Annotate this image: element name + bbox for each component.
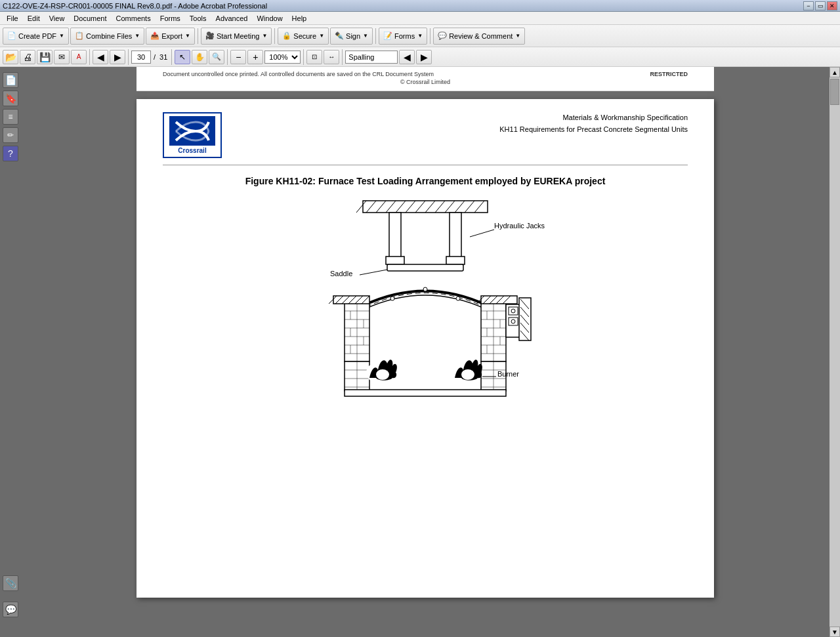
start-meeting-button[interactable]: 🎥 Start Meeting ▼ xyxy=(201,28,272,45)
secure-label: Secure xyxy=(293,32,316,40)
cursor-tool-button[interactable]: ↖ xyxy=(175,50,190,64)
menu-bar: File Edit View Document Comments Forms T… xyxy=(0,12,840,25)
fit-width-button[interactable]: ↔ xyxy=(324,50,339,64)
scroll-up-button[interactable]: ▲ xyxy=(830,67,840,77)
zoom-in-button[interactable]: + xyxy=(247,50,263,64)
tb2-sep4 xyxy=(227,49,228,65)
svg-text:Burner: Burner xyxy=(497,370,519,378)
fit-page-button[interactable]: ⊡ xyxy=(306,50,322,64)
start-meeting-arrow: ▼ xyxy=(262,33,267,39)
svg-rect-18 xyxy=(446,257,465,264)
svg-point-23 xyxy=(390,297,394,300)
tb2-sep2 xyxy=(128,49,129,65)
create-pdf-label: Create PDF xyxy=(18,32,56,40)
pdf-page: Crossrail Materials & Workmanship Specif… xyxy=(136,99,714,598)
svg-point-68 xyxy=(511,309,515,313)
forms-icon: 📝 xyxy=(383,31,392,40)
svg-point-25 xyxy=(456,297,460,300)
forms-button[interactable]: 📝 Forms ▼ xyxy=(379,28,427,45)
menu-file[interactable]: File xyxy=(3,13,22,24)
crossrail-logo: Crossrail xyxy=(163,112,222,158)
sign-arrow: ▼ xyxy=(363,33,368,39)
forward-button[interactable]: ▶ xyxy=(110,50,125,64)
menu-tools[interactable]: Tools xyxy=(186,13,211,24)
create-pdf-icon: 📄 xyxy=(7,31,16,40)
combine-files-button[interactable]: 📋 Combine Files ▼ xyxy=(70,28,144,45)
search-input[interactable] xyxy=(345,51,398,64)
title-bar-buttons: − ▭ ✕ xyxy=(803,1,837,10)
export-label: Export xyxy=(161,32,182,40)
secure-button[interactable]: 🔒 Secure ▼ xyxy=(278,28,329,45)
sidebar-attach-icon[interactable]: 📎 xyxy=(3,575,18,591)
sidebar-layers-icon[interactable]: ≡ xyxy=(3,109,18,125)
menu-view[interactable]: View xyxy=(45,13,69,24)
menu-advanced[interactable]: Advanced xyxy=(212,13,252,24)
crossrail-svg xyxy=(173,119,212,144)
menu-document[interactable]: Document xyxy=(70,13,110,24)
title-bar: C122-OVE-Z4-RSP-CR001-00005 FINAL Rev8.0… xyxy=(0,0,840,12)
sidebar-edit-icon[interactable]: ✏ xyxy=(3,127,18,143)
export-button[interactable]: 📤 Export ▼ xyxy=(146,28,195,45)
hand-tool-button[interactable]: ✋ xyxy=(192,50,207,64)
furnace-diagram: Hydraulic Jacks Saddle xyxy=(261,194,589,398)
menu-forms[interactable]: Forms xyxy=(156,13,184,24)
page-total: 31 xyxy=(158,53,169,61)
print-button[interactable]: 🖨 xyxy=(20,50,35,64)
close-button[interactable]: ✕ xyxy=(827,1,837,10)
start-meeting-label: Start Meeting xyxy=(217,32,259,40)
svg-point-69 xyxy=(511,319,515,323)
open-button[interactable]: 📂 xyxy=(3,50,18,64)
menu-edit[interactable]: Edit xyxy=(24,13,44,24)
sidebar-help-icon[interactable]: ? xyxy=(3,146,18,161)
start-meeting-icon: 🎥 xyxy=(205,31,215,40)
sidebar-pages-icon[interactable]: 📄 xyxy=(3,72,18,88)
zoom-select[interactable]: 100% 75% 125% 150% xyxy=(264,51,301,64)
menu-comments[interactable]: Comments xyxy=(112,13,155,24)
separator3 xyxy=(375,28,376,44)
tb2-sep1 xyxy=(89,49,90,65)
tb2-sep3 xyxy=(171,49,172,65)
search-prev-button[interactable]: ◀ xyxy=(399,50,415,64)
zoom-out-button[interactable]: − xyxy=(230,50,246,64)
review-comment-arrow: ▼ xyxy=(515,33,520,39)
page-input[interactable]: 30 xyxy=(131,51,151,64)
menu-help[interactable]: Help xyxy=(288,13,311,24)
crossrail-name: Crossrail xyxy=(178,147,206,154)
save-button[interactable]: 💾 xyxy=(37,50,52,64)
footer-right-text: RESTRICTED xyxy=(650,71,688,77)
svg-rect-1 xyxy=(363,201,488,213)
zoom-marquee-button[interactable]: 🔍 xyxy=(209,50,224,64)
toolbar1: 📄 Create PDF ▼ 📋 Combine Files ▼ 📤 Expor… xyxy=(0,25,840,47)
email-button[interactable]: ✉ xyxy=(54,50,70,64)
back-button[interactable]: ◀ xyxy=(93,50,108,64)
title-bar-text: C122-OVE-Z4-RSP-CR001-00005 FINAL Rev8.0… xyxy=(3,2,267,10)
svg-rect-16 xyxy=(386,257,404,264)
create-pdf-arrow: ▼ xyxy=(59,33,64,39)
doc-subtitle-text: KH11 Requirements for Precast Concrete S… xyxy=(499,124,688,136)
svg-line-22 xyxy=(360,270,387,275)
scroll-down-button[interactable]: ▼ xyxy=(830,627,840,637)
svg-rect-86 xyxy=(345,390,506,396)
acrobat-button[interactable]: A xyxy=(71,50,87,64)
page-separator: / xyxy=(152,53,157,61)
sidebar-bookmarks-icon[interactable]: 🔖 xyxy=(3,91,18,106)
svg-point-89 xyxy=(461,369,474,380)
combine-files-arrow: ▼ xyxy=(135,33,140,39)
left-sidebar: 📄 🔖 ≡ ✏ ? 📎 💬 xyxy=(0,67,21,637)
minimize-button[interactable]: − xyxy=(803,1,814,10)
review-comment-label: Review & Comment xyxy=(449,32,513,40)
svg-rect-20 xyxy=(387,264,463,271)
hydraulic-label: Hydraulic Jacks xyxy=(494,222,545,230)
menu-window[interactable]: Window xyxy=(253,13,286,24)
scroll-thumb[interactable] xyxy=(830,79,839,105)
doc-type-text: Materials & Workmanship Specification xyxy=(499,112,688,124)
svg-text:Saddle: Saddle xyxy=(330,270,352,277)
sign-button[interactable]: ✒️ Sign ▼ xyxy=(330,28,373,45)
search-next-button[interactable]: ▶ xyxy=(416,50,432,64)
review-comment-button[interactable]: 💬 Review & Comment ▼ xyxy=(433,28,525,45)
sidebar-comment-icon[interactable]: 💬 xyxy=(3,602,18,617)
right-scrollbar: ▲ ▼ xyxy=(830,67,840,637)
restore-button[interactable]: ▭ xyxy=(815,1,826,10)
create-pdf-button[interactable]: 📄 Create PDF ▼ xyxy=(3,28,69,45)
svg-rect-52 xyxy=(333,296,369,304)
